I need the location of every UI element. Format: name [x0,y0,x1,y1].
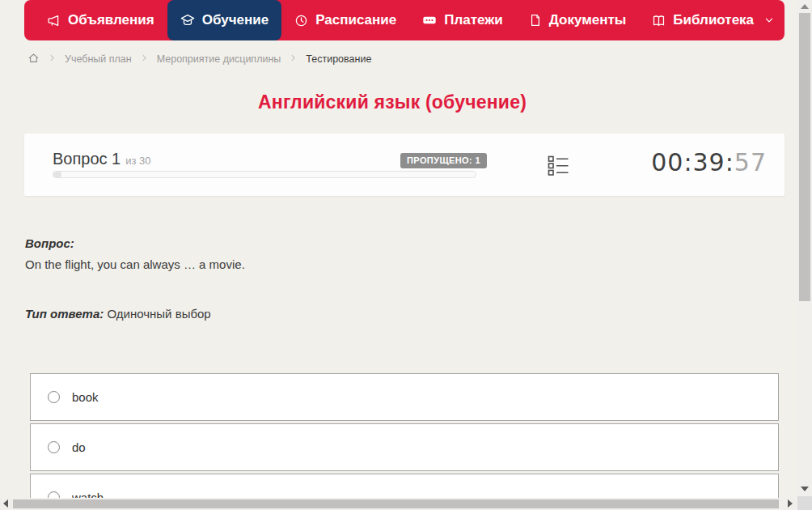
document-icon [529,14,542,27]
nav-item-label: Платежи [444,12,503,28]
horizontal-scrollbar-thumb[interactable] [13,499,779,508]
skipped-badge: ПРОПУЩЕНО: 1 [400,153,487,168]
answer-option-do[interactable]: do [30,423,779,471]
horizontal-scrollbar[interactable] [0,498,797,510]
page-title: Английский язык (обучение) [0,91,785,113]
nav-item-learning[interactable]: Обучение [167,0,281,40]
question-list-button[interactable] [546,155,570,179]
chevron-right-icon [140,53,149,65]
scroll-up-arrow[interactable] [801,4,809,9]
scroll-left-arrow[interactable] [3,499,8,508]
radio-button[interactable] [48,391,60,403]
question-list-icon [548,155,569,179]
timer-seconds: 57 [734,148,767,176]
nav-item-label: Обучение [202,12,269,28]
breadcrumb-curriculum[interactable]: Учебный план [65,53,132,65]
nav-item-announcements[interactable]: Объявления [34,0,167,40]
question-label: Вопрос: [25,236,74,250]
banknote-icon [422,13,437,28]
answer-option-book[interactable]: book [30,373,779,421]
question-panel: Вопрос 1из 30 ПРОПУЩЕНО: 1 00:39:57 [24,134,785,196]
timer: 00:39:57 [651,148,767,176]
nav-item-label: Объявления [68,12,154,28]
clock-icon [294,14,308,28]
nav-item-library[interactable]: Библиотека [639,0,787,40]
nav-item-payments[interactable]: Платежи [409,0,516,40]
main-navbar: Объявления Обучение Расписание Платежи Д… [24,0,785,40]
scrollbar-corner [797,496,812,510]
answer-type-label: Тип ответа: [25,307,104,321]
breadcrumb-testing: Тестирование [306,53,371,65]
question-progress-bar [53,171,476,178]
chevron-right-icon [48,53,57,65]
vertical-scrollbar-thumb[interactable] [799,13,810,301]
scroll-right-arrow[interactable] [788,499,793,508]
graduation-cap-icon [180,13,195,28]
nav-item-label: Библиотека [673,12,754,28]
question-number: Вопрос 1из 30 [53,150,151,168]
nav-item-label: Расписание [315,12,396,28]
question-text: On the flight, you can always … a movie. [25,257,245,271]
question-progress-fill [53,172,61,177]
chevron-down-icon [764,15,774,25]
answer-type-line: Тип ответа: Одиночный выбор [25,307,211,321]
chevron-right-icon [289,53,298,65]
nav-item-schedule[interactable]: Расписание [281,0,409,40]
vertical-scrollbar[interactable] [797,0,812,496]
megaphone-icon [47,14,61,28]
option-label: do [72,440,86,454]
question-number-label: Вопрос 1 [53,150,121,168]
open-book-icon [652,14,666,28]
home-icon[interactable] [27,52,40,66]
breadcrumb-discipline-event[interactable]: Мероприятие дисциплины [157,53,281,65]
nav-item-label: Документы [549,12,627,28]
nav-item-documents[interactable]: Документы [516,0,640,40]
question-total-label: из 30 [125,155,150,167]
timer-hours-minutes: 00:39: [651,148,734,176]
radio-button[interactable] [48,441,60,453]
scroll-down-arrow[interactable] [801,487,809,491]
option-label: book [72,390,99,404]
breadcrumb: Учебный план Мероприятие дисциплины Тест… [27,50,371,68]
answer-type-value: Одиночный выбор [107,307,210,321]
